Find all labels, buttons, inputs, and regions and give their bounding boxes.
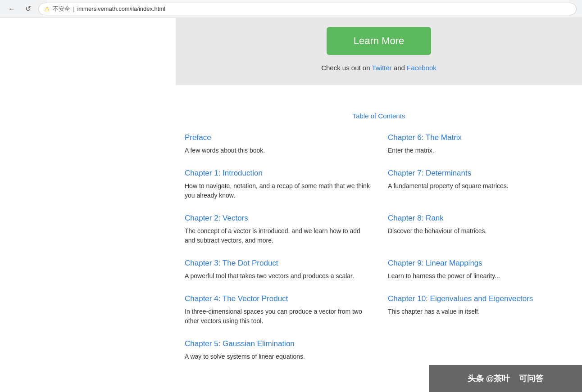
left-margin [0, 103, 176, 375]
toc-section-inner: Table of Contents PrefaceA few words abo… [185, 103, 573, 375]
toc-item-title[interactable]: Chapter 10: Eigenvalues and Eigenvectors [388, 294, 573, 303]
toc-item-description: The concept of a vector is introduced, a… [185, 226, 370, 245]
toc-item-description: A powerful tool that takes two vectors a… [185, 271, 370, 281]
hero-section: Learn More Check us out on Twitter and F… [176, 18, 582, 85]
toc-grid: PrefaceA few words about this book.Chapt… [185, 129, 573, 370]
social-and: and [394, 64, 405, 72]
reload-button[interactable]: ↺ [23, 4, 34, 14]
toc-item: Chapter 2: VectorsThe concept of a vecto… [185, 209, 370, 254]
toc-item-title[interactable]: Chapter 1: Introduction [185, 169, 370, 178]
toc-item-description: Discover the behaviour of matrices. [388, 226, 573, 236]
toc-item-description: A way to solve systems of linear equatio… [185, 352, 370, 361]
toc-section [0, 85, 582, 103]
toc-item: Chapter 8: RankDiscover the behaviour of… [388, 209, 573, 254]
toc-item-description: A fundamental property of square matrice… [388, 181, 573, 191]
toc-item-description: Enter the matrix. [388, 146, 573, 155]
toc-item: PrefaceA few words about this book. [185, 129, 370, 164]
back-button[interactable]: ← [5, 4, 18, 14]
toc-item: Chapter 5: Gaussian EliminationA way to … [185, 335, 370, 370]
toc-item-description: A few words about this book. [185, 146, 370, 155]
toc-item: Chapter 4: The Vector ProductIn three-di… [185, 290, 370, 335]
separator: | [73, 5, 74, 12]
not-secure-label: 不安全 [53, 5, 70, 13]
toc-item: Chapter 3: The Dot ProductA powerful too… [185, 254, 370, 290]
toc-item-title[interactable]: Preface [185, 133, 370, 142]
toc-title: Table of Contents [185, 112, 573, 120]
page-content: Learn More Check us out on Twitter and F… [0, 18, 582, 103]
learn-more-button[interactable]: Learn More [327, 27, 432, 55]
toc-item-title[interactable]: Chapter 5: Gaussian Elimination [185, 339, 370, 348]
facebook-link[interactable]: Facebook [407, 64, 436, 72]
social-text-prefix: Check us out on [321, 64, 370, 72]
toc-item: Chapter 9: Linear MappingsLearn to harne… [388, 254, 573, 290]
toc-item: Chapter 7: DeterminantsA fundamental pro… [388, 164, 573, 209]
warning-icon: ⚠ [44, 5, 50, 13]
toc-item-title[interactable]: Chapter 6: The Matrix [388, 133, 573, 142]
toc-item-title[interactable]: Chapter 8: Rank [388, 214, 573, 223]
toc-item: Chapter 1: IntroductionHow to navigate, … [185, 164, 370, 209]
toc-item-description: In three-dimensional spaces you can prod… [185, 307, 370, 326]
social-links: Check us out on Twitter and Facebook [321, 64, 436, 72]
toc-item-title[interactable]: Chapter 9: Linear Mappings [388, 259, 573, 268]
browser-toolbar: ← ↺ ⚠ 不安全 | immersivemath.com/ila/index.… [0, 0, 582, 18]
address-bar[interactable]: ⚠ 不安全 | immersivemath.com/ila/index.html [38, 3, 577, 15]
url-text: immersivemath.com/ila/index.html [77, 5, 165, 12]
toc-item-title[interactable]: Chapter 7: Determinants [388, 169, 573, 178]
toc-item-description: How to navigate, notation, and a recap o… [185, 181, 370, 200]
toc-item: Chapter 6: The MatrixEnter the matrix. [388, 129, 573, 164]
toc-item-title[interactable]: Chapter 4: The Vector Product [185, 294, 370, 303]
toc-item-title[interactable]: Chapter 2: Vectors [185, 214, 370, 223]
toc-main-area: Table of Contents PrefaceA few words abo… [176, 103, 582, 375]
toc-item-title[interactable]: Chapter 3: The Dot Product [185, 259, 370, 268]
toc-item: Chapter 10: Eigenvalues and Eigenvectors… [388, 290, 573, 335]
twitter-link[interactable]: Twitter [372, 64, 391, 72]
toc-item-description: Learn to harness the power of linearity.… [388, 271, 573, 281]
toc-item-description: This chapter has a value in itself. [388, 307, 573, 316]
